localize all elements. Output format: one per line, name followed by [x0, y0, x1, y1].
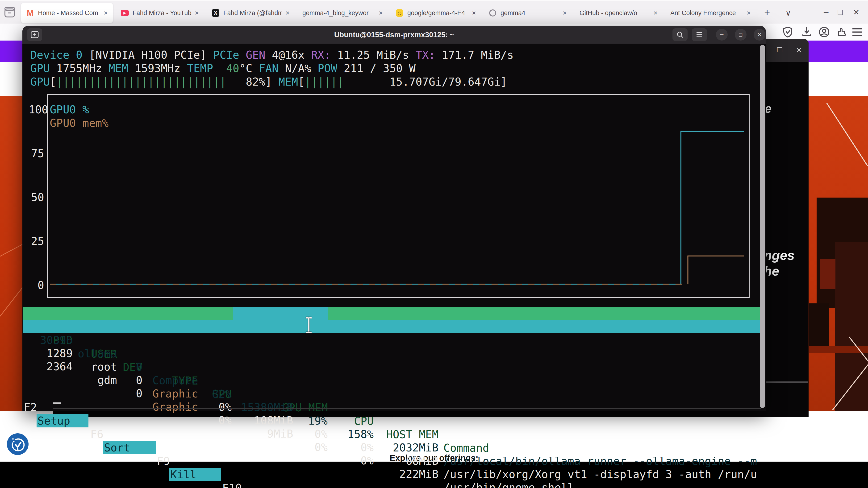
cell-mem-pct: 0%	[299, 427, 328, 441]
search-icon[interactable]	[673, 28, 687, 41]
new-tab-button[interactable]: +	[764, 7, 770, 18]
tab-close-icon[interactable]: ×	[747, 9, 751, 17]
firefox-view-icon[interactable]	[4, 7, 15, 19]
background-window-separator	[761, 382, 808, 383]
tab-youtube[interactable]: ▶ Fahd Mirza - YouTube ×	[116, 3, 204, 23]
cell-pid: 2364	[28, 360, 73, 373]
tab-huggingface-gemma[interactable]: ☺ google/gemma-4-E4 ×	[390, 3, 481, 23]
tab-close-icon[interactable]: ×	[563, 9, 567, 17]
text-segment: PCIe	[213, 48, 246, 61]
account-icon[interactable]	[818, 26, 830, 38]
huggingface-logo-icon: ☺	[396, 9, 404, 17]
terminal-cursor	[53, 402, 61, 404]
terminal-titlebar[interactable]: Ubuntu@0155-dsm-prxmx30125: ~ − □ ×	[22, 26, 766, 44]
table-row-ollama[interactable]: 30396 ollama 0 Compute 82% 15380MiB 19% …	[23, 320, 760, 333]
terminal-window[interactable]: Ubuntu@0155-dsm-prxmx30125: ~ − □ × Devi…	[22, 26, 766, 411]
download-icon[interactable]	[802, 26, 812, 38]
close-icon[interactable]: ×	[753, 29, 766, 40]
gpu-gauge-line: GPU[|||||||||||||||||||||||||| 82%] MEM[…	[30, 75, 507, 89]
text-segment: Device 0	[30, 48, 89, 61]
tab-home-massed-compute[interactable]: M Home - Massed Com ×	[21, 3, 113, 23]
text-segment: GEN	[246, 48, 272, 61]
browser-maximize-button[interactable]: □	[838, 7, 843, 17]
tab-ant-colony[interactable]: Ant Colony Emergence ×	[665, 3, 756, 23]
tab-close-icon[interactable]: ×	[285, 9, 290, 17]
terminal-scrollbar[interactable]	[760, 45, 765, 408]
cell-host-mem: 2032MiB	[386, 441, 438, 454]
page-text-fragment: nges	[764, 248, 795, 263]
terminal-bottom-divider	[53, 408, 761, 409]
cell-command: /usr/bin/gnome-shell	[443, 481, 758, 488]
text-segment: [NVIDIA H100 PCIe]	[89, 48, 213, 61]
header-host-mem[interactable]: HOST MEM	[377, 428, 438, 441]
menu-icon[interactable]	[852, 28, 862, 36]
hamburger-menu-icon[interactable]	[692, 28, 707, 41]
cell-user: root	[78, 360, 117, 373]
gpu-usage-chart	[47, 94, 750, 298]
browser-minimize-button[interactable]: −	[823, 7, 829, 18]
tab-github-openclaw[interactable]: GitHub - openclaw/o ×	[574, 3, 663, 23]
gpu-device-line: Device 0 [NVIDIA H100 PCIe] PCIe GEN 4@1…	[30, 48, 514, 62]
text-segment: GPU	[30, 75, 50, 88]
text-segment: POW	[318, 62, 344, 75]
tab-x-twitter[interactable]: X Fahd Mirza (@fahdm ×	[206, 3, 295, 23]
fkey-sort-button[interactable]: Sort	[103, 441, 156, 454]
terminal-title: Ubuntu@0155-dsm-prxmx30125: ~	[22, 26, 766, 44]
tab-list-chevron-icon[interactable]: ∨	[785, 8, 791, 18]
tab-close-icon[interactable]: ×	[472, 9, 476, 17]
text-segment: 1755MHz	[56, 62, 109, 75]
fkey-f6[interactable]: F6	[90, 428, 103, 441]
cell-gpu-mem: 108MiB	[236, 414, 293, 427]
cell-cpu: 0%	[337, 454, 374, 467]
tab-title: google/gemma-4-E4	[407, 9, 468, 17]
text-segment: 11.25 MiB/s	[337, 48, 415, 61]
fkey-f2[interactable]: F2	[24, 401, 37, 414]
text-segment: MEM	[278, 75, 298, 88]
fkey-f9[interactable]: F9	[157, 455, 170, 468]
browser-close-button[interactable]: ×	[854, 7, 859, 18]
table-row-xorg[interactable]: 1289 root 0 Graphic 0% 108MiB 0% 0% 68Mi…	[23, 333, 760, 347]
close-icon[interactable]: ×	[796, 44, 802, 56]
tab-title: GitHub - openclaw/o	[580, 9, 650, 17]
maximize-icon[interactable]: □	[777, 44, 782, 55]
text-segment: 1593MHz	[135, 62, 187, 75]
maximize-icon[interactable]: □	[735, 29, 747, 40]
fkey-setup-button[interactable]: Setup	[36, 414, 88, 427]
tab-title: Fahd Mirza (@fahdm	[223, 9, 282, 17]
text-segment: FAN	[259, 62, 285, 75]
header-command[interactable]: Command	[443, 441, 758, 455]
hero-building	[809, 303, 829, 346]
tab-close-icon[interactable]: ×	[103, 9, 108, 17]
shield-icon[interactable]	[783, 26, 793, 38]
tab-close-icon[interactable]: ×	[653, 9, 658, 17]
text-segment: TX:	[415, 48, 442, 61]
text-segment: 40	[226, 62, 239, 75]
extensions-icon[interactable]	[836, 26, 847, 38]
table-row-gnome-shell[interactable]: 2364 gdm 0 Graphic 0% 9MiB 0% 0% 222MiB …	[23, 347, 760, 360]
text-segment: [	[50, 75, 56, 88]
cell-gpu: 0%	[203, 414, 231, 427]
cell-type: Compute	[148, 374, 198, 387]
text-segment: °C	[239, 62, 259, 75]
tab-title: Ant Colony Emergence	[670, 9, 743, 17]
fkey-kill-button[interactable]: Kill	[169, 468, 221, 481]
cell-host-mem: 68MiB	[386, 454, 438, 467]
fkey-f10[interactable]: F10	[222, 481, 242, 488]
text-segment: 171.7 MiB/s	[442, 48, 514, 61]
tab-close-icon[interactable]: ×	[195, 9, 199, 17]
tab-title: gemma-4_blog_keywor	[302, 9, 375, 17]
tab-gemma4[interactable]: gemma4 ×	[484, 3, 572, 23]
cell-gpu-mem: 9MiB	[236, 427, 293, 441]
cell-host-mem: 222MiB	[386, 467, 438, 481]
massed-compute-logo-icon: M	[26, 9, 34, 17]
minimize-icon[interactable]: −	[716, 29, 728, 40]
text-segment: 4@16x	[272, 48, 311, 61]
cell-mem-pct: 0%	[299, 441, 328, 454]
header-cpu[interactable]: CPU	[337, 415, 374, 428]
tab-close-icon[interactable]: ×	[379, 9, 383, 17]
y-axis-tick: 0	[29, 279, 44, 292]
process-table-header[interactable]: PID USER DEV TYPE GPU GPU MEM CPU HOST M…	[23, 307, 760, 320]
cell-command: /usr/local/bin/ollama runner --ollama-en…	[443, 455, 758, 468]
tab-gemma-blog-keywords[interactable]: gemma-4_blog_keywor ×	[297, 3, 388, 23]
y-axis-tick: 25	[29, 234, 44, 248]
